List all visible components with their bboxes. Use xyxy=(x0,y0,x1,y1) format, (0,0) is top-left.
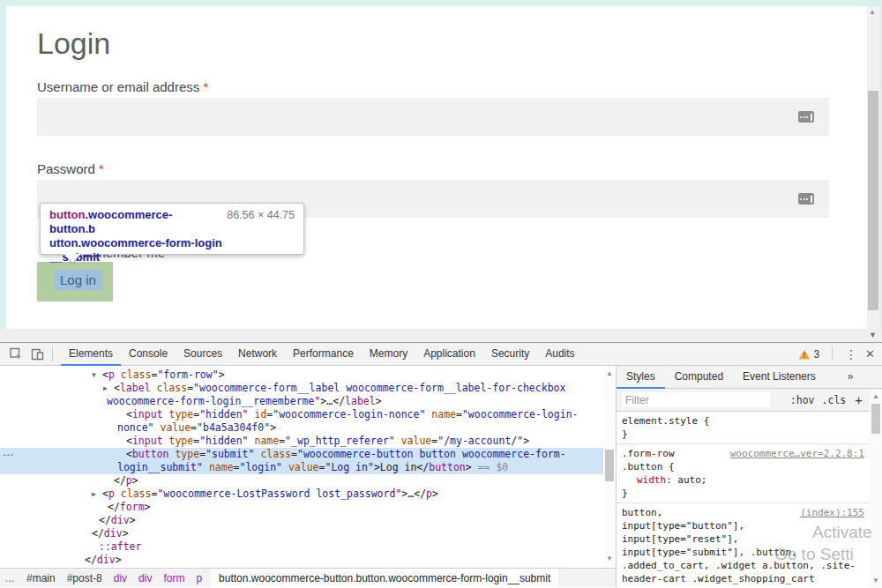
devtools-tab-bar: ElementsConsoleSourcesNetworkPerformance… xyxy=(61,343,583,366)
username-label: Username or email address * xyxy=(37,79,208,94)
expand-arrow-icon[interactable]: ▼ xyxy=(92,368,102,382)
device-toolbar-icon[interactable] xyxy=(26,345,48,364)
dom-tree-node[interactable]: ▶<label class="woocommerce-form__label w… xyxy=(0,382,616,395)
page-scrollbar-down-icon[interactable]: ▼ xyxy=(869,331,877,339)
expand-arrow-icon[interactable]: ▶ xyxy=(103,382,114,395)
css-rule-line[interactable]: .added_to_cart, .widget a.button, .site- xyxy=(622,559,877,572)
tooltip-selector-line3: __submit xyxy=(49,250,295,264)
browser-page: Login Username or email address * Passwo… xyxy=(0,0,882,342)
styles-filter-input[interactable] xyxy=(622,392,770,407)
css-rule-block: button,(index):155input[type="button"],i… xyxy=(617,503,882,587)
tooltip-dimensions: 86.56 × 44.75 xyxy=(218,208,295,236)
inspect-tooltip: button.woocommerce-button.b 86.56 × 44.7… xyxy=(40,203,304,255)
dom-tree-node[interactable]: </p> xyxy=(0,474,616,488)
dom-tree-node[interactable]: woocommerce-form-login__rememberme">…</l… xyxy=(0,395,616,408)
css-rule-line[interactable]: input[type="submit"], .button, xyxy=(622,546,877,559)
more-tabs-icon[interactable]: » xyxy=(838,366,863,389)
elements-panel: ▼<p class="form-row">▶<label class="wooc… xyxy=(0,366,617,587)
css-rule-line[interactable]: input[type="reset"], xyxy=(622,532,877,546)
dom-tree-node[interactable]: <input type="hidden" name="_wp_http_refe… xyxy=(0,435,616,448)
css-rule-line[interactable]: header-cart .widget_shopping_cart xyxy=(622,572,877,585)
scroll-up-icon[interactable]: ▲ xyxy=(606,369,613,377)
dom-tree-node[interactable]: </div> xyxy=(0,514,616,527)
page-scrollbar-thumb[interactable] xyxy=(868,91,878,310)
css-rule-line[interactable]: .button { xyxy=(622,460,877,473)
devtools-tab-audits[interactable]: Audits xyxy=(537,343,582,366)
required-asterisk: * xyxy=(99,161,104,176)
login-button-label: Log in xyxy=(54,270,102,290)
scroll-down-icon[interactable]: ▼ xyxy=(872,577,879,584)
styles-tab-bar: StylesComputedEvent Listeners» xyxy=(617,366,882,389)
breadcrumb-item[interactable]: button.woocommerce-button.button.woocomm… xyxy=(211,569,558,588)
devtools-toolbar: ElementsConsoleSourcesNetworkPerformance… xyxy=(0,343,882,366)
new-style-rule-icon[interactable]: + xyxy=(855,392,863,407)
dom-tree-node[interactable]: </div> xyxy=(0,554,616,567)
devtools-tab-console[interactable]: Console xyxy=(121,343,176,366)
tooltip-selector-line2: utton.woocommerce-form-login xyxy=(49,236,295,250)
kebab-menu-icon[interactable]: ⋮ xyxy=(845,347,857,361)
devtools-tab-sources[interactable]: Sources xyxy=(176,343,230,366)
breadcrumb-item[interactable]: form xyxy=(163,572,184,584)
warning-counter[interactable]: 3 xyxy=(798,348,819,361)
toolbar-divider xyxy=(832,346,833,361)
styles-scrollbar[interactable]: ▲ ▼ xyxy=(870,390,882,587)
styles-tab-event-listeners[interactable]: Event Listeners xyxy=(733,366,826,389)
elements-scrollbar[interactable]: ▲ ▼ xyxy=(603,366,616,568)
dom-tree-node[interactable]: login__submit" name="login" value="Log i… xyxy=(0,461,616,474)
devtools-tab-elements[interactable]: Elements xyxy=(61,343,121,366)
elements-scrollbar-thumb[interactable] xyxy=(605,450,614,481)
input-method-icon[interactable] xyxy=(798,111,814,123)
stylesheet-source-link[interactable]: woocommerce…ver=2.2.8:1 xyxy=(730,447,877,460)
close-icon[interactable]: ✕ xyxy=(865,347,875,361)
styles-tab-computed[interactable]: Computed xyxy=(665,366,733,389)
dom-tree-node[interactable]: </form> xyxy=(0,501,616,514)
breadcrumb-item[interactable]: p xyxy=(196,572,202,584)
devtools-tab-network[interactable]: Network xyxy=(230,343,285,366)
devtools-panel: ElementsConsoleSourcesNetworkPerformance… xyxy=(0,342,882,588)
expand-arrow-icon[interactable]: ▶ xyxy=(92,488,102,501)
breadcrumb-item[interactable]: … xyxy=(4,572,15,584)
toggle-class[interactable]: .cls xyxy=(822,394,847,406)
scroll-down-icon[interactable]: ▼ xyxy=(606,555,613,562)
devtools-tab-memory[interactable]: Memory xyxy=(362,343,415,366)
dom-tree-node[interactable]: ▼<p class="form-row"> xyxy=(0,368,616,382)
styles-filter-bar: :hov .cls + xyxy=(617,389,882,412)
css-rule-line[interactable]: element.style { xyxy=(622,414,877,428)
dom-tree-node[interactable]: </div> xyxy=(0,527,616,540)
input-method-icon[interactable] xyxy=(798,193,814,205)
css-rule-line[interactable]: width: auto; xyxy=(622,473,877,487)
dom-tree-node[interactable]: <input type="hidden" id="woocommerce-log… xyxy=(0,408,616,421)
tooltip-caret xyxy=(64,254,81,263)
dom-tree-node[interactable]: ::after xyxy=(0,540,616,554)
breadcrumb-item[interactable]: div xyxy=(114,572,127,584)
username-input[interactable] xyxy=(37,98,829,136)
toggle-hover-state[interactable]: :hov xyxy=(790,394,815,406)
inspect-cursor-icon[interactable] xyxy=(5,345,26,364)
styles-scrollbar-thumb[interactable] xyxy=(871,404,880,434)
row-overflow-dots: ⋯ xyxy=(3,449,12,461)
page-scrollbar-up-icon[interactable]: ▲ xyxy=(869,8,876,16)
styles-tab-styles[interactable]: Styles xyxy=(617,366,665,389)
breadcrumb-item[interactable]: #post-8 xyxy=(67,572,102,584)
breadcrumb-item[interactable]: div xyxy=(138,572,152,584)
scroll-up-icon[interactable]: ▲ xyxy=(872,392,879,400)
devtools-tab-performance[interactable]: Performance xyxy=(285,343,362,366)
toolbar-divider xyxy=(52,346,53,361)
css-rule-line[interactable]: input[type="button"], xyxy=(622,519,877,532)
login-button[interactable]: Log in xyxy=(37,262,113,301)
password-label: Password * xyxy=(37,161,104,176)
dom-tree-node[interactable]: ▶<p class="woocommerce-LostPassword lost… xyxy=(0,488,616,501)
breadcrumb-item[interactable]: #main xyxy=(26,572,56,584)
css-rule-line[interactable]: .form-rowwoocommerce…ver=2.2.8:1 xyxy=(622,447,877,460)
page-title: Login xyxy=(37,26,110,61)
stylesheet-source-link[interactable]: (index):155 xyxy=(800,506,877,519)
devtools-tab-security[interactable]: Security xyxy=(483,343,537,366)
css-rule-line[interactable]: } xyxy=(622,487,877,500)
css-rule-line[interactable]: } xyxy=(622,428,877,441)
css-rule-line[interactable]: a.button { xyxy=(622,585,877,587)
dom-tree-node[interactable]: <button type="submit" class="woocommerce… xyxy=(0,448,616,461)
devtools-tab-application[interactable]: Application xyxy=(415,343,483,366)
dom-tree: ▼<p class="form-row">▶<label class="wooc… xyxy=(0,366,616,567)
css-rule-line[interactable]: button,(index):155 xyxy=(622,506,877,519)
dom-tree-node[interactable]: nonce" value="b4a5a304f0"> xyxy=(0,421,616,435)
